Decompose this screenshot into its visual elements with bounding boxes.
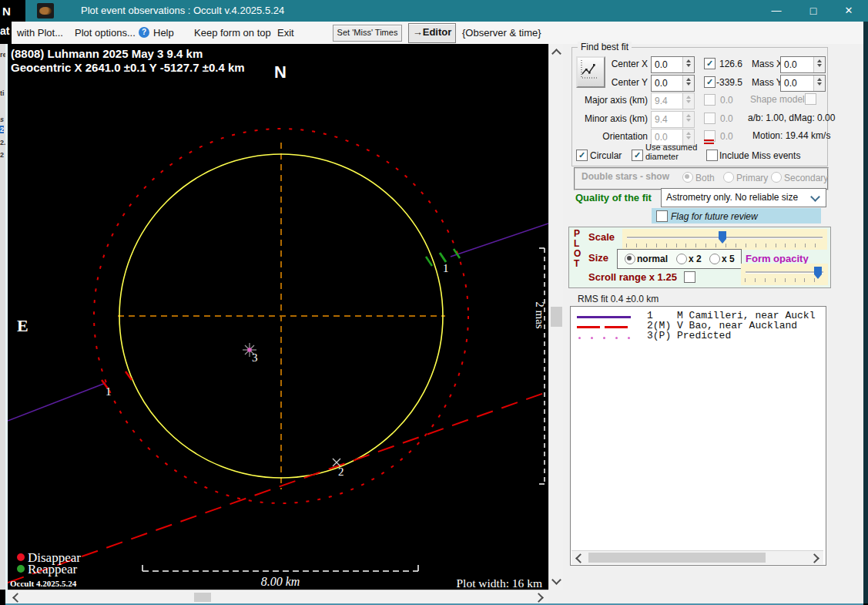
statusbar-filler — [548, 590, 863, 603]
double-stars-group: Double stars - show Both Primary Seconda… — [574, 167, 829, 190]
observers-listbox[interactable]: 1 M Camilleri, near Auckl 2(M) V Bao, ne… — [570, 306, 826, 566]
flag-review-label: Flag for future review — [671, 211, 758, 222]
backdrop-fragment: at — [0, 25, 9, 37]
mass-y-spinner[interactable]: 0.0 — [780, 75, 826, 92]
chord-1-label: 1 — [106, 385, 112, 398]
slider-ticks — [626, 244, 823, 247]
scroll-right-icon[interactable] — [809, 553, 819, 563]
maximize-button[interactable]: □ — [800, 0, 826, 22]
shape-model-checkbox — [805, 93, 816, 105]
scroll-right-icon[interactable] — [534, 593, 544, 603]
vertical-scroll-thumb[interactable] — [551, 307, 562, 327]
plot-controls-box: P L O T Scale Size normal x 2 x 5 Form o… — [568, 227, 831, 288]
opacity-slider-thumb[interactable] — [814, 267, 822, 279]
menu-item-plot-options[interactable]: Plot options... — [75, 22, 136, 44]
center-y-spinner[interactable]: 0.0 — [651, 75, 695, 92]
size-normal-label: normal — [637, 254, 668, 264]
north-label: N — [274, 62, 287, 82]
circular-checkbox[interactable] — [576, 150, 588, 161]
use-assumed-checkbox[interactable] — [632, 150, 643, 161]
double-primary-label: Primary — [736, 173, 768, 183]
chevron-down-icon — [810, 192, 820, 202]
app-icon — [37, 3, 54, 18]
slider-track — [746, 271, 823, 274]
set-miss-times-button[interactable]: Set 'Miss' Times — [333, 25, 402, 42]
quality-select[interactable]: Astrometry only. No reliable size — [661, 188, 826, 207]
double-both-radio — [682, 172, 693, 183]
plot-background — [8, 44, 548, 590]
predicted-label: 3 — [252, 351, 258, 364]
chord-1-line-sample — [577, 316, 631, 318]
plot-vertical-scrollbar[interactable] — [548, 44, 564, 590]
mass-x-label: Mass X — [752, 59, 783, 69]
circular-label: Circular — [590, 150, 622, 161]
ab-dmag-label: a/b: 1.00, dMag: 0.00 — [748, 113, 835, 123]
fit-x-checkbox[interactable] — [704, 58, 716, 69]
editor-button[interactable]: →Editor — [408, 23, 456, 43]
menu-item-help[interactable]: Help — [153, 22, 174, 44]
miss-line-sample-icon — [704, 143, 714, 144]
size-x2-label: x 2 — [689, 254, 702, 264]
fit-minor-checkbox — [704, 113, 716, 124]
scroll-down-icon[interactable] — [551, 575, 561, 585]
size-label: Size — [588, 252, 608, 264]
menu-item-keep-on-top[interactable]: Keep form on top — [194, 22, 271, 44]
chord-2-label: 2 — [338, 466, 344, 478]
listbox-scroll-thumb[interactable] — [588, 553, 766, 563]
form-opacity-slider[interactable] — [741, 264, 828, 285]
group-title: Find best fit — [578, 42, 632, 52]
plot-letter-o: O — [574, 248, 581, 259]
mas-label: 2 mas — [534, 301, 546, 329]
size-radio-group: normal x 2 x 5 — [617, 249, 742, 269]
plot-letter-l: L — [574, 238, 579, 249]
menu-item-exit[interactable]: Exit — [277, 22, 294, 44]
title-bar: Plot event observations : Occult v.4.202… — [25, 0, 868, 22]
observer-row[interactable]: 3(P) Predicted — [647, 330, 731, 341]
center-x-spinner[interactable]: 0.0 — [651, 56, 695, 73]
menu-item-with-plot[interactable]: with Plot... — [17, 22, 63, 44]
quality-select-value: Astrometry only. No reliable size — [666, 192, 798, 203]
center-x-label: Center X — [594, 59, 648, 69]
version-watermark: Occult 4.2025.5.24 — [10, 579, 77, 588]
scroll-range-checkbox[interactable] — [684, 271, 695, 283]
listbox-horizontal-scrollbar[interactable] — [571, 550, 823, 564]
plot-header-line1: (8808) Luhmann 2025 May 3 9.4 km — [11, 47, 203, 60]
scale-slider-thumb[interactable] — [719, 231, 726, 244]
size-x2-radio[interactable] — [676, 254, 687, 264]
double-secondary-radio — [771, 172, 782, 183]
include-miss-label: Include Miss events — [719, 150, 800, 161]
flag-review-checkbox[interactable] — [656, 210, 668, 222]
fit-y-checkbox[interactable] — [704, 76, 716, 88]
minor-aux-value: 0.0 — [720, 113, 733, 124]
plot-header-line2: Geocentric X 2641.0 ±0.1 Y -5127.7 ±0.4 … — [11, 61, 245, 74]
fit-major-checkbox — [704, 94, 716, 106]
backdrop-fragment: 2. — [0, 139, 5, 146]
slider-ticks — [745, 278, 824, 282]
scroll-up-icon[interactable] — [551, 49, 561, 59]
horizontal-scroll-thumb[interactable] — [194, 593, 211, 602]
predicted-dot-sample — [578, 337, 581, 339]
scale-slider[interactable] — [622, 229, 827, 250]
size-normal-radio[interactable] — [625, 254, 635, 264]
include-miss-checkbox[interactable] — [706, 150, 718, 161]
motion-label: Motion: 19.44 km/s — [752, 130, 830, 141]
backdrop-right-strip — [863, 22, 868, 603]
plot-letter-p: P — [574, 228, 580, 239]
rms-fit-label: RMS fit 0.4 ±0.0 km — [578, 294, 659, 304]
screen: { "colors":{"titlebar":"#1f7b8c","astero… — [0, 0, 868, 605]
disappear-dot — [17, 553, 25, 561]
minimize-button[interactable]: — — [763, 0, 789, 22]
plot-horizontal-scrollbar[interactable] — [8, 590, 548, 604]
scroll-left-icon[interactable] — [12, 593, 22, 603]
menu-bar: with Plot... Plot options... ? Help Keep… — [12, 22, 863, 45]
size-x5-radio[interactable] — [709, 254, 720, 264]
mass-x-spinner[interactable]: 0.0 — [780, 56, 826, 73]
minor-axis-label: Minor axis (km) — [581, 113, 648, 124]
close-button[interactable]: ✕ — [836, 0, 862, 22]
orientation-aux-value: 0.0 — [720, 131, 733, 142]
backdrop-fragment: s — [0, 116, 4, 123]
miss-line-sample-icon — [704, 139, 714, 141]
scroll-left-icon[interactable] — [575, 553, 585, 563]
observer-time-label: {Observer & time} — [462, 22, 541, 44]
scroll-range-label: Scroll range x 1.25 — [588, 271, 677, 283]
